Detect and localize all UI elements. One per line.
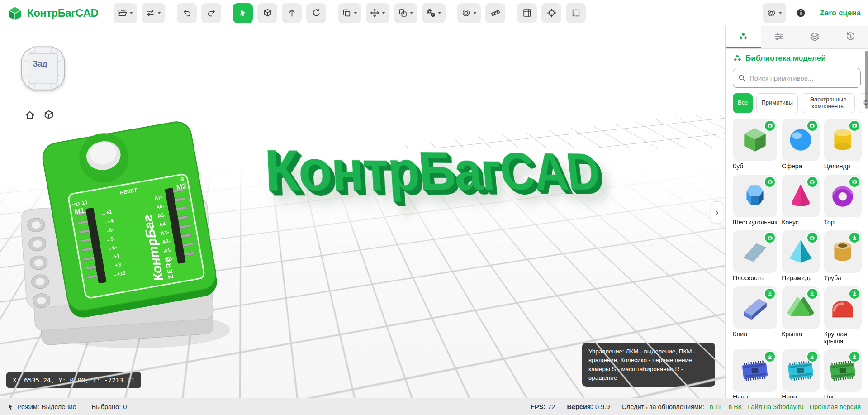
- model-card-6[interactable]: Тор: [824, 175, 862, 226]
- model-card-2[interactable]: Сфера: [782, 119, 819, 170]
- download-badge-icon: [852, 235, 858, 241]
- pull-tool-button[interactable]: [282, 3, 302, 23]
- camera-badge-icon: [852, 123, 858, 129]
- select-tool-button[interactable]: [233, 3, 253, 23]
- fps-counter: FPS: 72: [531, 403, 555, 410]
- cursor-icon: [238, 8, 248, 18]
- filter-chip-1[interactable]: Все: [733, 93, 753, 113]
- group-button[interactable]: [394, 3, 417, 23]
- model-card-14[interactable]: Нано: [782, 349, 819, 398]
- model-badge[interactable]: [765, 177, 775, 187]
- camera-badge-icon: [767, 179, 773, 185]
- model-label: Uno: [824, 394, 862, 398]
- duplicate-button[interactable]: [338, 3, 361, 23]
- model-card-11[interactable]: Крыша: [782, 286, 819, 345]
- tab-layers[interactable]: [797, 26, 833, 48]
- info-button[interactable]: [791, 3, 811, 23]
- model-badge[interactable]: [765, 289, 775, 299]
- caret-down-icon: [473, 12, 477, 14]
- model-badge[interactable]: [849, 289, 859, 299]
- caret-down-icon: [354, 12, 357, 14]
- tab-model-library[interactable]: [726, 26, 761, 48]
- follow-updates-label: Следить за обновлениями:: [621, 403, 704, 410]
- model-label: Крыша: [782, 331, 819, 338]
- model-card-10[interactable]: Клин: [733, 286, 777, 345]
- ruler-icon: [491, 8, 500, 18]
- view-cube[interactable]: Зад: [19, 44, 67, 92]
- sidebar-scrollbar[interactable]: [865, 51, 868, 109]
- model-card-13[interactable]: Нано: [733, 349, 777, 398]
- toggle-grid-button[interactable]: [517, 3, 537, 23]
- swap-icon: [146, 8, 155, 18]
- library-header: Библиотека моделей: [726, 49, 868, 64]
- viewport-3d[interactable]: Зад: [0, 26, 725, 398]
- model-card-5[interactable]: Конус: [782, 175, 819, 226]
- chevron-right-icon: ›: [715, 206, 719, 219]
- model-label: Тор: [824, 219, 862, 226]
- box-tool-button[interactable]: [257, 3, 277, 23]
- tab-properties[interactable]: [761, 26, 797, 48]
- model-card-12[interactable]: Круглая крыша: [824, 286, 862, 345]
- board-m2-pins-label: -9: [179, 176, 184, 182]
- undo-button[interactable]: [177, 3, 197, 23]
- model-card-8[interactable]: Пирамида: [782, 230, 819, 282]
- model-label: Труба: [824, 275, 862, 282]
- settings-button[interactable]: [457, 3, 481, 23]
- model-label: Пирамида: [782, 275, 819, 282]
- selected-count: Выбрано: 0: [92, 403, 127, 410]
- wedge-shape: [740, 293, 770, 323]
- model-label: Цилиндр: [824, 163, 862, 170]
- download-badge-icon: [852, 354, 858, 360]
- center-view-button[interactable]: [541, 3, 561, 23]
- move-button[interactable]: [366, 3, 389, 23]
- status-link-4[interactable]: Прошлая версия: [810, 403, 861, 410]
- modifiers-button[interactable]: [422, 3, 446, 23]
- scene-settings-button[interactable]: [763, 3, 786, 23]
- controller-board-model[interactable]: ~11 10 M1 RESET -9 M2 →+2→+4→5-→5-→6-→+7…: [21, 98, 239, 357]
- caret-down-icon: [157, 12, 161, 14]
- model-badge[interactable]: [849, 121, 859, 131]
- sliders-icon: [774, 32, 784, 42]
- caret-down-icon: [778, 12, 782, 14]
- status-link-2[interactable]: в ВК: [728, 403, 742, 410]
- model-badge[interactable]: [807, 289, 817, 299]
- cursor-icon: [7, 403, 14, 410]
- model-badge[interactable]: [765, 121, 775, 131]
- filter-chip-2[interactable]: Примитивы: [756, 93, 798, 113]
- redo-button[interactable]: [201, 3, 221, 23]
- filter-chip-3[interactable]: Электронные компоненты: [802, 93, 855, 113]
- model-badge[interactable]: [807, 352, 817, 362]
- download-badge-icon: [767, 291, 773, 296]
- model-badge[interactable]: [849, 177, 859, 187]
- plane-shape: [740, 237, 770, 267]
- model-label: Сфера: [782, 163, 819, 170]
- status-link-1[interactable]: в ТГ: [710, 403, 722, 410]
- marquee-select-button[interactable]: [566, 3, 586, 23]
- download-badge-icon: [767, 354, 773, 360]
- model-badge[interactable]: [807, 177, 817, 187]
- caret-down-icon: [410, 12, 413, 14]
- scene-3d-text[interactable]: КонтрБагCAD: [263, 141, 602, 200]
- import-export-button[interactable]: [142, 3, 165, 23]
- controls-hint-tooltip: Управление: ЛКМ - выделение, ПКМ - враще…: [582, 343, 715, 387]
- open-project-button[interactable]: [114, 3, 137, 23]
- search-input[interactable]: [749, 74, 855, 82]
- sidebar-tabs: [726, 26, 868, 49]
- model-card-1[interactable]: Куб: [733, 119, 777, 170]
- model-card-15[interactable]: Uno: [824, 349, 862, 398]
- status-link-3[interactable]: Гайд на 3dtoday.ru: [748, 403, 803, 410]
- arrow-up-icon: [287, 8, 297, 18]
- model-card-4[interactable]: Шестиугольник: [733, 175, 777, 226]
- tab-history[interactable]: [832, 26, 868, 48]
- model-badge[interactable]: [807, 121, 817, 131]
- model-card-3[interactable]: Цилиндр: [824, 119, 862, 170]
- model-badge[interactable]: [807, 233, 817, 243]
- model-card-7[interactable]: Плоскость: [733, 230, 777, 282]
- rotate-tool-button[interactable]: [306, 3, 326, 23]
- collapse-sidebar-button[interactable]: ›: [711, 201, 723, 223]
- board-shape: [740, 356, 770, 386]
- ruler-button[interactable]: [485, 3, 505, 23]
- app-window: КонтрБагCAD Zero сцена Зад: [0, 0, 868, 415]
- model-card-9[interactable]: Труба: [824, 230, 862, 282]
- cube-shape: [740, 125, 770, 155]
